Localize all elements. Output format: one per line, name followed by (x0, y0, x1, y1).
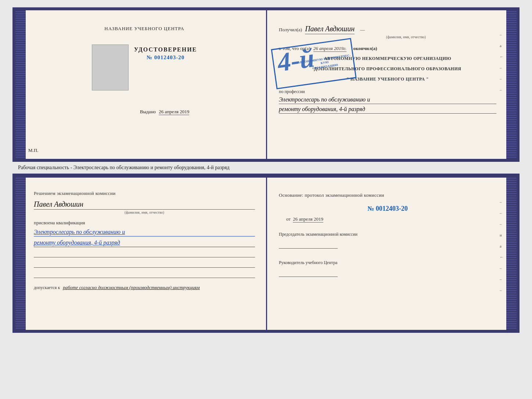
cert-number: № 0012403-20 (134, 54, 197, 61)
training-center-title: НАЗВАНИЕ УЧЕБНОГО ЦЕНТРА (104, 26, 184, 31)
protocol-date: от 26 апреля 2019 (286, 216, 496, 222)
director-sig-line (279, 269, 338, 277)
top-left-page: НАЗВАНИЕ УЧЕБНОГО ЦЕНТРА УДОСТОВЕРЕНИЕ №… (15, 10, 266, 159)
protocol-number: № 0012403-20 (279, 205, 496, 213)
protocol-date-prefix: от (286, 216, 291, 222)
top-right-page: Получил(а) Павел Авдюшин — (фамилия, имя… (266, 10, 517, 159)
chairman-block: Председатель экзаменационной комиссии (279, 231, 496, 249)
side-mark-1: – (500, 32, 504, 37)
side-mark-b1: – (500, 200, 504, 204)
blank-line-3 (34, 272, 255, 278)
resolution-title: Решением экзаменационной комиссии (34, 190, 255, 196)
side-mark-b2: – (500, 211, 504, 215)
person-hint: (фамилия, имя, отчество) (34, 210, 255, 214)
chairman-title: Председатель экзаменационной комиссии (279, 231, 496, 238)
side-mark-5: – (500, 76, 504, 81)
side-mark-3: ← (500, 54, 504, 59)
protocol-date-value: 26 апреля 2019 (293, 216, 323, 222)
side-mark-b8: – (500, 277, 504, 281)
blank-line-2 (34, 262, 255, 268)
person-name: Павел Авдюшин (34, 200, 255, 210)
допускается-block: допускается к работе согласно должностны… (34, 285, 255, 291)
qualification-line2: ремонту оборудования, 4-й разряд (34, 239, 255, 247)
side-mark-b6: ← (500, 255, 504, 259)
in-that-text: в том, что он(а) (279, 46, 310, 51)
director-title: Руководитель учебного Центра (279, 260, 496, 266)
recipient-name: Павел Авдюшин (305, 25, 355, 34)
top-document: НАЗВАНИЕ УЧЕБНОГО ЦЕНТРА УДОСТОВЕРЕНИЕ №… (12, 7, 520, 162)
osnov-text: Основание: протокол экзаменационной коми… (279, 192, 496, 198)
issued-label: Выдано (140, 109, 156, 114)
mp-label: М.П. (28, 147, 38, 153)
bottom-right-page: Основание: протокол экзаменационной коми… (266, 178, 517, 330)
chairman-sig-line (279, 241, 338, 249)
middle-text-area: Рабочая специальность - Электрослесарь п… (12, 162, 520, 174)
received-prefix: Получил(а) (279, 27, 302, 33)
side-marks-bottom: – – – и а ← – – – (500, 200, 504, 292)
side-mark-6: – (500, 88, 504, 92)
допускается-prefix: допускается к (34, 285, 60, 290)
допускается-value: работе согласно должностным (производств… (63, 285, 200, 290)
side-mark-b7: – (500, 266, 504, 270)
bottom-left-page: Решением экзаменационной комиссии Павел … (15, 178, 266, 330)
blank-line-1 (34, 252, 255, 257)
recipient-hint: (фамилия, имя, отчество) (316, 35, 496, 39)
side-mark-b5: а (500, 244, 504, 248)
spine-right (506, 10, 517, 159)
side-mark-2: а (500, 43, 504, 48)
org-line2: ДОПОЛНИТЕЛЬНОГО ПРОФЕССИОНАЛЬНОГО ОБРАЗО… (279, 65, 496, 72)
side-mark-4: – (500, 65, 504, 70)
profession-line2: ремонту оборудования, 4-й разряд (279, 106, 496, 114)
qualification-line1: Электрослесарь по обслуживанию и (34, 229, 255, 236)
photo-placeholder (92, 44, 129, 90)
specialty-text: Рабочая специальность - Электрослесарь п… (18, 165, 230, 170)
profession-line1: Электрослесарь по обслуживанию и (279, 96, 496, 104)
dash1: — (360, 27, 365, 33)
finished-text: окончил(а) (353, 46, 377, 51)
profession-prefix: по профессии (279, 89, 305, 94)
issued-date: 26 апреля 2019 (159, 109, 189, 115)
org-line1: АВТОНОМНУЮ НЕКОММЕРЧЕСКУЮ ОРГАНИЗАЦИЮ (279, 55, 496, 62)
side-marks: – а ← – – – (500, 32, 504, 92)
in-that-date: 26 апреля 2019г. (313, 46, 346, 52)
spine-right-bottom (506, 178, 517, 330)
side-mark-b4: и (500, 233, 504, 237)
side-mark-b9: – (500, 288, 504, 292)
side-mark-b3: – (500, 222, 504, 226)
org-name: " НАЗВАНИЕ УЧЕБНОГО ЦЕНТРА " (279, 76, 496, 82)
bottom-document: Решением экзаменационной комиссии Павел … (12, 175, 520, 333)
qualification-label: присвоена квалификация (34, 220, 255, 226)
director-block: Руководитель учебного Центра (279, 260, 496, 277)
cert-label: УДОСТОВЕРЕНИЕ (134, 46, 197, 53)
